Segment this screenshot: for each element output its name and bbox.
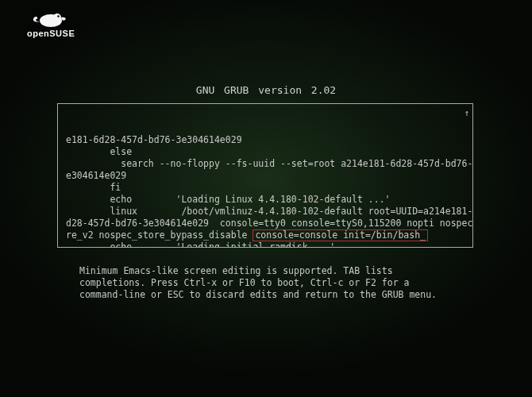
grub-help-text: Minimum Emacs-like screen editing is sup… [79,265,461,301]
grub-line: e181-6d28-457d-bd76-3e304614e029 [66,134,465,146]
grub-line: re_v2 nospec_store_bypass_disable consol… [66,229,465,241]
grub-line: echo 'Loading initial ramdisk ...' [66,241,465,248]
grub-line: d28-457d-bd76-3e304614e029 console=tty0 … [66,218,465,229]
grub-line: e304614e029 [66,170,465,182]
grub-line: linux /boot/vmlinuz-4.4.180-102-default … [66,206,465,218]
grub-line: echo 'Loading Linux 4.4.180-102-default … [66,194,465,206]
chameleon-icon [27,8,71,30]
grub-appended-kernel-args: console=console init=/bin/bash_ [253,229,428,241]
brand-name: openSUSE [27,29,71,38]
svg-point-3 [57,15,60,17]
opensuse-logo: openSUSE [27,8,71,38]
scroll-up-indicator: ↑ [464,107,469,119]
grub-edit-panel[interactable]: ↑ e181-6d28-457d-bd76-3e304614e029 else … [57,103,473,248]
grub-line: fi [66,182,465,194]
grub-line: search --no-floppy --fs-uuid --set=root … [66,158,465,170]
grub-line: else [66,146,465,158]
grub-title: GNU GRUB version 2.02 [0,84,532,96]
